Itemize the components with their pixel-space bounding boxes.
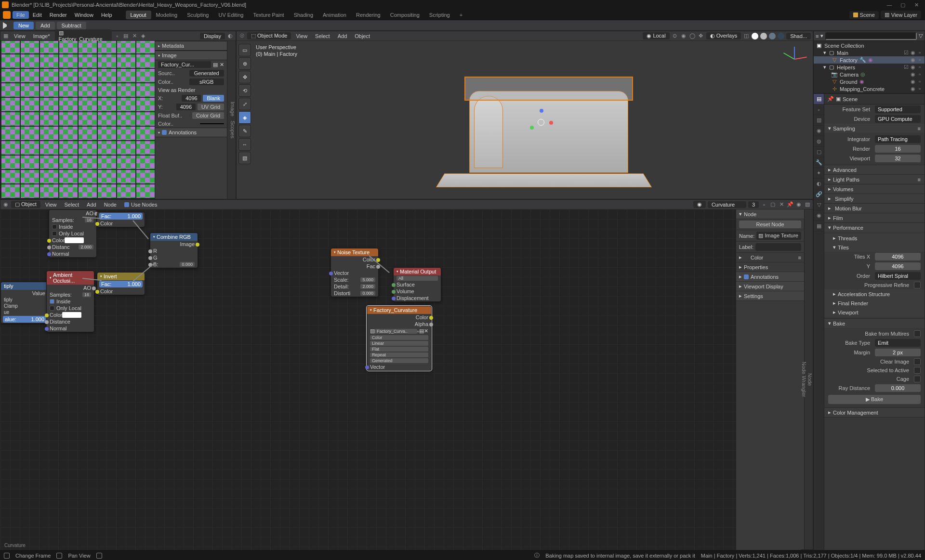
tab-shading[interactable]: Shading (289, 11, 318, 19)
blender-logo-icon[interactable] (3, 11, 11, 19)
subsection-accel[interactable]: ▸Acceleration Structure (824, 289, 925, 299)
editor-type-icon[interactable]: ⦾ (238, 33, 245, 39)
tiles-y[interactable]: 4096 (875, 262, 921, 270)
node-menu-add[interactable]: Add (84, 201, 99, 208)
gen-type-uvgrid[interactable]: UV Grid (198, 104, 224, 110)
node-image-texture[interactable]: ▾Factory_Curvature Color Alpha ▨Factory_… (367, 306, 432, 371)
np-section-node[interactable]: ▾Node (736, 209, 804, 219)
node-canvas[interactable]: tiply Value tiply Clamp ue alue:1.000 AO… (0, 209, 813, 550)
unlink-material-icon[interactable]: ✕ (778, 201, 785, 208)
gizmo-x-handle[interactable] (549, 121, 553, 125)
editor-type-icon[interactable]: ◉ (2, 201, 9, 208)
shading-solid-icon[interactable] (760, 33, 767, 39)
prop-tab-world[interactable]: ◍ (814, 136, 824, 147)
node-combine-rgb[interactable]: ▾Combine RGB Image R G B:0.000 (150, 233, 198, 268)
prop-tab-texture[interactable]: ▦ (814, 221, 824, 232)
annotations-check[interactable] (162, 130, 167, 135)
outliner-item-camera[interactable]: 📷Camera◎◉▫ (814, 71, 925, 78)
section-advanced[interactable]: ▸Advanced (824, 165, 925, 174)
minimize-button[interactable]: — (883, 2, 896, 8)
subsection-threads[interactable]: ▸Threads (824, 234, 925, 243)
tool-scale[interactable]: ⤢ (238, 98, 251, 110)
prop-tab-particle[interactable]: ✦ (814, 168, 824, 179)
node-sidebar-tabs[interactable]: Node Node Wrangler (804, 209, 813, 550)
browse-icon[interactable]: ▤ (213, 62, 218, 68)
outliner-item-factory[interactable]: ▽Factory🔧◉◉▫ (814, 56, 925, 64)
section-motion-blur[interactable]: ▸Motion Blur (824, 204, 925, 213)
section-performance[interactable]: ▾Performance (824, 223, 925, 232)
eye-icon[interactable]: ◉ (910, 50, 916, 56)
tab-compositing[interactable]: Compositing (385, 11, 424, 19)
mode-dropdown[interactable]: ⬚ Object Mode (247, 32, 291, 39)
uv-canvas[interactable] (0, 41, 155, 199)
tab-layout[interactable]: Layout (126, 11, 151, 19)
close-button[interactable]: ✕ (910, 2, 923, 8)
bake-button[interactable]: ▶ Bake (828, 395, 921, 404)
prop-tab-object[interactable]: ▢ (814, 147, 824, 157)
shader-type-dropdown[interactable]: ▢ Object (11, 201, 40, 208)
tool-select-box[interactable]: ▭ (238, 44, 251, 56)
vp-menu-select[interactable]: Select (312, 33, 333, 39)
section-simplify[interactable]: ▸Simplify (824, 194, 925, 203)
display-dropdown[interactable]: Display (200, 33, 225, 39)
render-icon[interactable]: ▫ (917, 64, 923, 70)
menu-window[interactable]: Window (71, 11, 97, 19)
tile-order-dropdown[interactable]: Hilbert Spiral (875, 272, 921, 280)
tool-measure[interactable]: ↔ (238, 138, 251, 151)
unlink-image-icon[interactable]: ✕ (131, 33, 138, 39)
uv-menu-view[interactable]: View (11, 33, 28, 39)
section-sampling[interactable]: ▾Sampling≡ (824, 124, 925, 133)
node-ambient-occlusion-2[interactable]: ▾Ambient Occlusi... AO Samples:16 Inside… (46, 271, 94, 332)
tool-add-cube[interactable]: ▧ (238, 152, 251, 164)
tab-rendering[interactable]: Rendering (351, 11, 385, 19)
clear-image-check[interactable] (914, 358, 921, 365)
feature-set-dropdown[interactable]: Supported (875, 105, 921, 113)
uv-menu-image[interactable]: Image* (30, 33, 53, 39)
eye-icon[interactable]: ◉ (910, 57, 916, 63)
subtract-button[interactable]: Subtract (57, 22, 86, 29)
preset-icon[interactable]: ≡ (918, 177, 921, 182)
tool-rotate[interactable]: ⟲ (238, 84, 251, 97)
section-image[interactable]: ▾Image (155, 51, 227, 60)
section-film[interactable]: ▸Film (824, 213, 925, 222)
tiles-x[interactable]: 4096 (875, 253, 921, 260)
new-button[interactable]: New (13, 22, 34, 29)
vp-menu-add[interactable]: Add (335, 33, 350, 39)
section-metadata[interactable]: ▸Metadata (155, 41, 227, 51)
prop-tab-constraint[interactable]: 🔗 (814, 189, 824, 200)
np-subsection-color[interactable]: ▸Color≡ (736, 253, 804, 262)
imgtex-source[interactable]: Generated (370, 358, 428, 363)
tab-scripting[interactable]: Scripting (424, 11, 455, 19)
prop-tab-viewlayer[interactable]: ▥ (814, 115, 824, 126)
sel-to-active-check[interactable] (914, 367, 921, 374)
editor-type-icon[interactable]: ▦ (2, 33, 9, 39)
subsection-viewport[interactable]: ▸Viewport (824, 308, 925, 317)
subsection-final-render[interactable]: ▸Final Render (824, 299, 925, 308)
imgtex-interpolation[interactable]: Linear (370, 341, 428, 346)
display-channels-icon[interactable]: ◐ (227, 33, 234, 39)
gen-height[interactable]: 4096 (176, 104, 196, 110)
maximize-button[interactable]: ▢ (896, 2, 910, 8)
np-annotations-check[interactable] (744, 274, 749, 279)
reset-node-button[interactable]: Reset Node (739, 221, 801, 228)
display-mode-icon[interactable]: ▾ (820, 33, 823, 39)
outliner-tree[interactable]: ▣Scene Collection ▾▢Main☑◉▫ ▽Factory🔧◉◉▫… (814, 41, 925, 93)
menu-file[interactable]: File (13, 11, 29, 19)
node-menu-view[interactable]: View (42, 201, 60, 208)
node-invert-2[interactable]: ▾Invert Fac:1.000 Color (97, 272, 145, 295)
bake-multires-check[interactable] (914, 330, 921, 337)
preset-icon[interactable]: ≡ (918, 126, 921, 131)
pin-icon[interactable]: 📌 (787, 201, 793, 208)
material-browse-icon[interactable]: ◉ (693, 201, 706, 208)
menu-edit[interactable]: Edit (29, 11, 46, 19)
tool-cursor[interactable]: ⊕ (238, 57, 251, 70)
node-color-check[interactable] (744, 255, 749, 260)
overlays-dropdown[interactable]: ◐ Overlays (706, 32, 741, 39)
shading-rendered-icon[interactable] (778, 33, 784, 39)
menu-help[interactable]: Help (97, 11, 116, 19)
device-dropdown[interactable]: GPU Compute (875, 115, 921, 123)
source-dropdown[interactable]: Generated (189, 70, 225, 77)
open-image-icon[interactable]: ▤ (122, 33, 129, 39)
outliner-item-mapping[interactable]: ⊹Mapping_Concrete◉▫ (814, 85, 925, 92)
shading-dropdown[interactable]: Shad... (786, 33, 811, 39)
